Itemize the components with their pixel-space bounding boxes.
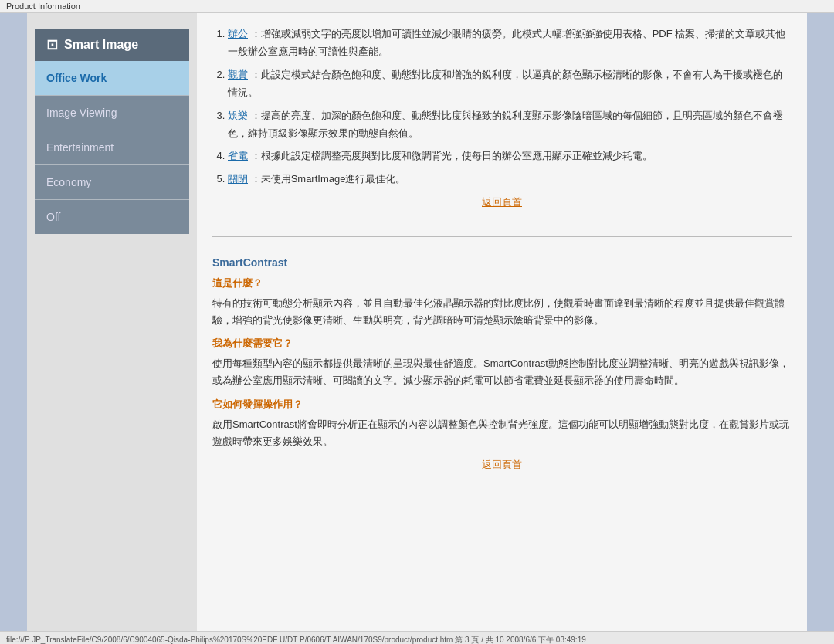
return-top-2[interactable]: 返回頁首	[212, 458, 792, 472]
what-is-it-text: 特有的技術可動態分析顯示內容，並且自動最佳化液晶顯示器的對比度比例，使觀看時畫面…	[212, 295, 792, 329]
link-viewing[interactable]: 觀賞	[228, 69, 248, 80]
why-need-it-title: 我為什麼需要它？	[212, 337, 792, 351]
smart-image-container: ⊡ Smart Image Office Work Image Viewing …	[35, 29, 189, 234]
link-entertainment[interactable]: 娛樂	[228, 110, 248, 121]
list-item-office: 辦公 ：增強或減弱文字的亮度以增加可讀性並減少眼睛的疲勞。此模式大幅增強強強使用…	[228, 25, 792, 61]
smart-image-title: Smart Image	[64, 38, 138, 52]
center-area: ⊡ Smart Image Office Work Image Viewing …	[27, 13, 807, 631]
left-sidebar	[0, 13, 27, 631]
smart-contrast-title: SmartContrast	[212, 256, 792, 269]
list-item-entertainment: 娛樂 ：提高的亮度、加深的顏色飽和度、動態對比度與極致的銳利度顯示影像陰暗區域的…	[228, 107, 792, 143]
feature-list: 辦公 ：增強或減弱文字的亮度以增加可讀性並減少眼睛的疲勞。此模式大幅增強強強使用…	[212, 25, 792, 188]
top-bar-label: Product Information	[6, 2, 80, 11]
monitor-icon: ⊡	[46, 36, 58, 53]
page-footer: file:///P JP_TranslateFile/C9/2008/6/C90…	[0, 631, 834, 644]
what-is-it-title: 這是什麼？	[212, 276, 792, 290]
why-need-it-text: 使用每種類型內容的顯示都提供最清晰的呈現與最佳舒適度。SmartContrast…	[212, 355, 792, 389]
content-list-section: 辦公 ：增強或減弱文字的亮度以增加可讀性並減少眼睛的疲勞。此模式大幅增強強強使用…	[212, 21, 792, 229]
smart-image-header: ⊡ Smart Image	[35, 29, 189, 61]
top-bar: Product Information	[0, 0, 834, 13]
list-item-economy: 省電 ：根據此設定檔調整亮度與對比度和微調背光，使每日的辦公室應用顯示正確並減少…	[228, 147, 792, 164]
return-top-1[interactable]: 返回頁首	[212, 195, 792, 209]
smart-contrast-section: SmartContrast 這是什麼？ 特有的技術可動態分析顯示內容，並且自動最…	[212, 245, 792, 491]
menu-item-image-viewing[interactable]: Image Viewing	[35, 96, 189, 130]
right-sidebar	[807, 13, 834, 631]
left-panel: ⊡ Smart Image Office Work Image Viewing …	[27, 13, 197, 631]
page-wrapper: ⊡ Smart Image Office Work Image Viewing …	[0, 13, 834, 631]
footer-text: file:///P JP_TranslateFile/C9/2008/6/C90…	[6, 636, 586, 644]
menu-item-off[interactable]: Off	[35, 200, 189, 234]
menu-item-entertainment[interactable]: Entertainment	[35, 130, 189, 165]
menu-item-office-work[interactable]: Office Work	[35, 61, 189, 96]
main-content: 辦公 ：增強或減弱文字的亮度以增加可讀性並減少眼睛的疲勞。此模式大幅增強強強使用…	[197, 13, 807, 631]
list-item-off: 關閉 ：未使用SmartImage進行最佳化。	[228, 170, 792, 188]
section-divider	[212, 236, 792, 237]
list-item-viewing: 觀賞 ：此設定模式結合顏色飽和度、動態對比度和增強的銳利度，以逼真的顏色顯示極清…	[228, 66, 792, 102]
how-to-use-title: 它如何發揮操作用？	[212, 398, 792, 412]
link-off[interactable]: 關閉	[228, 173, 248, 185]
link-office[interactable]: 辦公	[228, 28, 248, 39]
link-economy[interactable]: 省電	[228, 150, 248, 161]
menu-item-economy[interactable]: Economy	[35, 165, 189, 200]
how-to-use-text: 啟用SmartContrast將會即時分析正在顯示的內容以調整顏色與控制背光強度…	[212, 416, 792, 450]
